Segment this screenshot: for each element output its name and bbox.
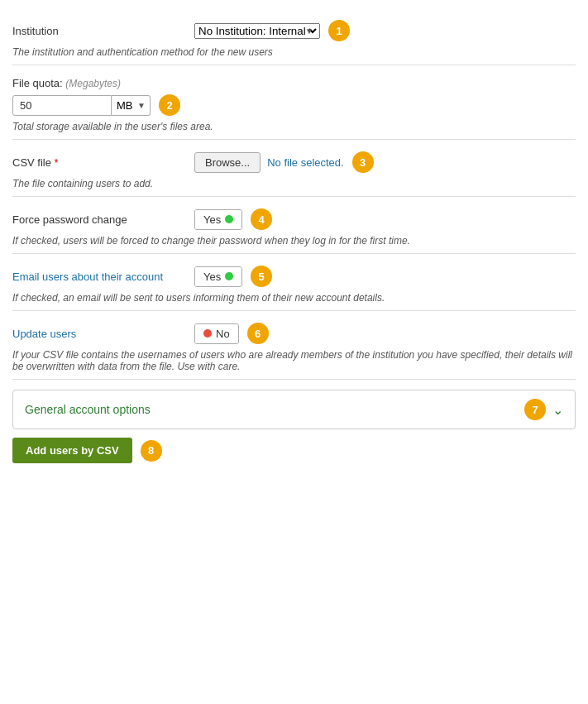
add-users-button[interactable]: Add users by CSV: [12, 438, 132, 463]
institution-badge: 1: [328, 20, 350, 41]
file-quota-label: File quota:: [12, 77, 63, 89]
email-users-toggle[interactable]: Yes: [194, 266, 242, 287]
csv-badge: 3: [352, 151, 374, 173]
update-users-row: Update users No 6 If your CSV file conta…: [12, 311, 576, 380]
file-quota-desc: Total storage available in the user's fi…: [12, 121, 576, 132]
update-users-toggle[interactable]: No: [194, 323, 239, 344]
chevron-down-icon: ⌄: [552, 402, 563, 418]
file-quota-sub-label: (Megabytes): [65, 78, 121, 89]
email-users-desc: If checked, an email will be sent to use…: [12, 292, 576, 304]
csv-no-file-text: No file selected.: [267, 156, 344, 169]
csv-required-star: *: [55, 156, 59, 169]
email-users-row: Email users about their account Yes 5 If…: [12, 254, 576, 311]
update-users-no[interactable]: No: [195, 324, 238, 343]
email-users-yes-label: Yes: [203, 271, 221, 283]
institution-select[interactable]: No Institution: Internal Other Instituti…: [194, 23, 320, 39]
update-users-label: Update users: [12, 328, 76, 340]
file-quota-row: File quota: (Megabytes) MB GB 2 Total st…: [12, 65, 576, 140]
institution-label: Institution: [12, 25, 59, 37]
update-users-no-label: No: [216, 328, 230, 340]
csv-file-desc: The file containing users to add.: [12, 178, 576, 189]
institution-desc: The institution and authentication metho…: [12, 46, 576, 58]
force-password-yes-label: Yes: [203, 213, 221, 226]
csv-file-row: CSV file * Browse... No file selected. 3…: [12, 140, 576, 197]
quota-unit-wrapper: MB GB: [112, 95, 151, 116]
csv-browse-button[interactable]: Browse...: [194, 152, 261, 173]
file-quota-input[interactable]: [12, 95, 112, 116]
email-users-yes[interactable]: Yes: [195, 267, 241, 286]
force-password-yes[interactable]: Yes: [195, 210, 241, 229]
email-users-badge: 5: [251, 266, 272, 287]
update-users-badge: 6: [247, 323, 269, 344]
force-password-desc: If checked, users will be forced to chan…: [12, 235, 576, 247]
quota-unit-select[interactable]: MB GB: [112, 95, 151, 116]
force-password-row: Force password change Yes 4 If checked, …: [12, 197, 576, 254]
email-users-dot: [225, 272, 233, 280]
general-options-panel[interactable]: General account options 7 ⌄: [12, 390, 576, 429]
institution-row: Institution No Institution: Internal Oth…: [12, 8, 576, 65]
force-password-label: Force password change: [12, 213, 127, 226]
force-password-badge: 4: [251, 208, 272, 230]
submit-row: Add users by CSV 8: [12, 438, 576, 463]
email-users-label: Email users about their account: [12, 271, 163, 283]
force-password-dot: [225, 215, 233, 223]
force-password-toggle[interactable]: Yes: [194, 209, 242, 230]
file-quota-badge: 2: [159, 94, 180, 116]
csv-file-label: CSV file: [12, 156, 51, 169]
submit-badge: 8: [141, 440, 162, 462]
update-users-desc: If your CSV file contains the usernames …: [12, 349, 576, 372]
update-users-dot: [203, 329, 212, 338]
institution-select-wrapper: No Institution: Internal Other Instituti…: [194, 23, 320, 39]
general-options-badge: 7: [524, 399, 546, 420]
general-options-label: General account options: [25, 403, 151, 416]
